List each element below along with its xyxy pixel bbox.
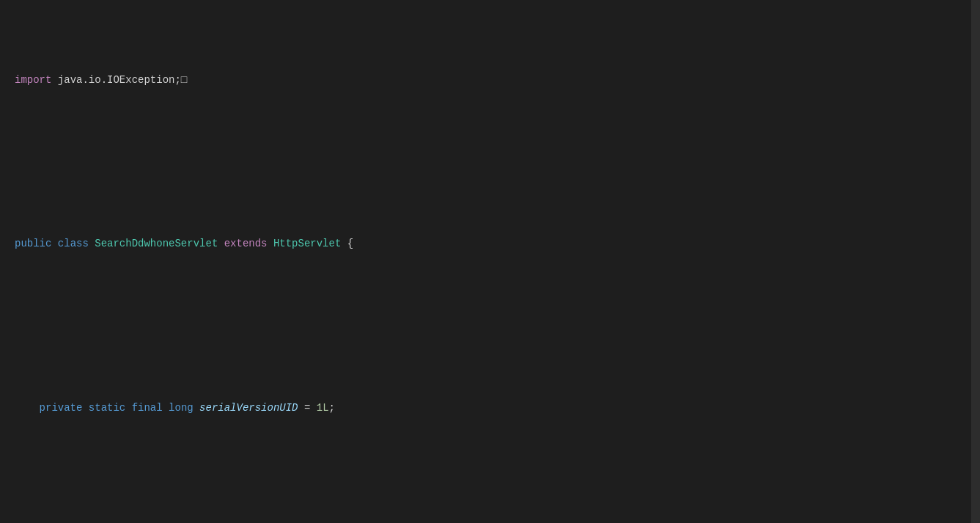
- code-line-5: private static final long serialVersionU…: [0, 400, 980, 416]
- code-line-3: public class SearchDdwhoneServlet extend…: [0, 235, 980, 252]
- code-line-1: import java.io.IOException;□: [0, 72, 980, 88]
- scrollbar[interactable]: [971, 0, 980, 523]
- code-line-4: [0, 318, 980, 334]
- code-editor: import java.io.IOException;□ public clas…: [0, 0, 980, 523]
- code-line-6: [0, 482, 980, 498]
- code-line-2: [0, 154, 980, 170]
